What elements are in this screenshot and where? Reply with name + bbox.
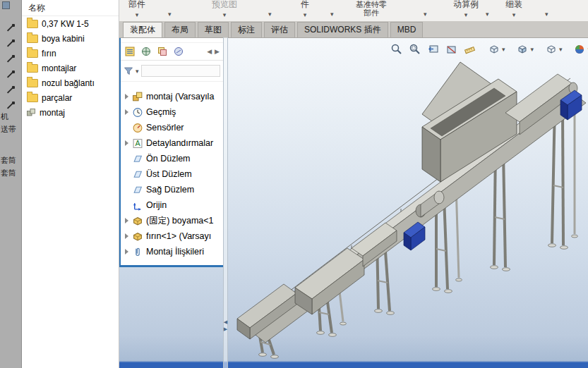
scene-icon[interactable]	[487, 42, 500, 56]
tab-layout[interactable]: 布局	[164, 22, 196, 37]
docked-tab-label[interactable]: 套筒	[1, 168, 20, 178]
dropdown-caret-icon[interactable]: ▾	[268, 11, 272, 18]
filter-input[interactable]	[141, 65, 220, 77]
tab-sketch[interactable]: 草图	[198, 22, 229, 37]
dropdown-caret-icon: ▾	[464, 11, 468, 20]
tree-item-annotations[interactable]: A Detaylandırmalar	[121, 135, 223, 151]
folder-icon	[27, 94, 38, 102]
file-row[interactable]: fırın	[21, 46, 119, 61]
expand-arrow-icon[interactable]	[124, 109, 132, 115]
file-row[interactable]: boya kabini	[21, 31, 119, 46]
file-row[interactable]: montaj	[21, 105, 119, 120]
pin-icon[interactable]	[6, 39, 15, 48]
zoom-to-area-icon[interactable]	[408, 42, 421, 56]
ribbon-button-exploded-view[interactable]: 细装▾	[505, 0, 522, 20]
configurationmanager-tab-icon[interactable]	[157, 46, 168, 57]
ribbon-button-reference-components[interactable]: 基准特零 部件	[356, 0, 387, 17]
expand-arrow-icon[interactable]	[124, 233, 132, 239]
plane-icon	[132, 154, 143, 164]
pin-icon[interactable]	[6, 70, 15, 79]
file-label: fırın	[42, 49, 56, 59]
dropdown-caret-icon[interactable]: ▾	[136, 68, 139, 75]
pin-icon[interactable]	[6, 85, 15, 94]
tab-markup[interactable]: 标注	[231, 22, 262, 37]
tree-item-sensors[interactable]: Sensörler	[121, 120, 223, 135]
dropdown-caret-icon[interactable]: ▾	[168, 11, 172, 18]
view-orientation-icon[interactable]	[516, 42, 529, 56]
docked-tab-label[interactable]: 机	[1, 111, 20, 122]
ribbon-button-mate[interactable]: 件▾	[301, 0, 309, 20]
splitter-handle[interactable]: ◀ ▶	[224, 319, 227, 331]
dropdown-caret-icon: ▾	[304, 11, 307, 20]
expand-arrow-icon[interactable]	[124, 249, 132, 254]
file-column-header[interactable]: 名称	[21, 0, 119, 16]
tree-item-right-plane[interactable]: Sağ Düzlem	[121, 182, 223, 197]
dropdown-caret-icon[interactable]: ▾	[330, 11, 334, 18]
pin-icon[interactable]	[6, 101, 15, 110]
expand-arrow-icon[interactable]	[124, 218, 132, 223]
tree-item-front-plane[interactable]: Ön Düzlem	[121, 151, 223, 166]
ribbon-button-insert-components[interactable]: 部件▾	[128, 0, 145, 20]
toolbar-corner-icon[interactable]	[2, 1, 10, 9]
expand-arrow-icon[interactable]	[124, 94, 132, 99]
measure-icon[interactable]	[463, 42, 476, 56]
propertymanager-tab-icon[interactable]	[140, 46, 152, 57]
collapse-left-icon[interactable]: ◀	[224, 319, 227, 324]
dropdown-caret-icon[interactable]: ▾	[486, 11, 489, 18]
tree-item-component-firin[interactable]: fırın<1> (Varsayı	[121, 228, 223, 244]
featuremanager-tab-strip: ◀ ▶	[121, 43, 223, 61]
tab-evaluate[interactable]: 评估	[264, 22, 295, 37]
dimxpertmanager-tab-icon[interactable]	[173, 46, 184, 57]
docked-tab-label[interactable]: 套筒	[1, 155, 20, 166]
file-row[interactable]: 0,37 KW 1-5	[21, 16, 119, 31]
sensors-icon	[132, 123, 143, 133]
file-label: parçalar	[42, 93, 72, 103]
dropdown-caret-icon: ▾	[136, 11, 139, 20]
previous-view-icon[interactable]	[426, 42, 440, 56]
zoom-to-fit-icon[interactable]	[390, 42, 403, 56]
tree-item-history[interactable]: Geçmiş	[121, 104, 223, 120]
tab-solidworks-addins[interactable]: SOLIDWORKS 插件	[297, 22, 388, 37]
file-label: montaj	[40, 108, 65, 118]
tree-item-component-boyama[interactable]: (固定) boyama<1	[121, 213, 223, 228]
filter-funnel-icon[interactable]	[124, 66, 133, 76]
tab-assembly[interactable]: 装配体	[123, 22, 162, 37]
file-row[interactable]: montajlar	[21, 61, 119, 75]
ribbon-toolbar: 部件▾ 预览图▾ 件▾ 基准特零 部件 动算例▾ 细装▾ ▾ ▾ ▾ ▾ ▾ ▾	[119, 0, 588, 22]
docked-tab-label[interactable]: 送带	[1, 124, 20, 135]
ribbon-button-motion-study[interactable]: 动算例▾	[453, 0, 479, 20]
commandmanager-tabs: 装配体 布局 草图 标注 评估 SOLIDWORKS 插件 MBD	[119, 21, 588, 38]
dropdown-caret-icon[interactable]: ▾	[424, 11, 427, 18]
tab-scroll-right-icon[interactable]: ▶	[215, 48, 220, 55]
tree-item-origin[interactable]: Orijin	[121, 197, 223, 213]
featuremanager-tab-icon[interactable]	[124, 46, 136, 57]
file-row[interactable]: parçalar	[21, 90, 119, 105]
annotations-icon: A	[132, 138, 143, 149]
edit-appearance-icon[interactable]	[573, 42, 587, 56]
file-row[interactable]: nozul bağlantı	[21, 75, 119, 90]
file-browser-panel: 名称 0,37 KW 1-5 boya kabini fırın montajl…	[21, 0, 119, 368]
panel-splitter[interactable]: ◀ ▶	[223, 37, 228, 368]
expand-arrow-icon[interactable]	[124, 140, 132, 146]
tab-mbd[interactable]: MBD	[390, 22, 424, 37]
pin-icon[interactable]	[6, 54, 15, 63]
section-view-icon[interactable]	[445, 42, 458, 56]
tree-item-assembly-root[interactable]: montaj (Varsayıla	[121, 89, 223, 104]
file-label: nozul bağlantı	[42, 78, 95, 88]
dropdown-caret-icon[interactable]: ▾	[531, 46, 534, 53]
collapse-right-icon[interactable]: ▶	[224, 326, 227, 331]
file-label: 0,37 KW 1-5	[42, 19, 89, 29]
dropdown-caret-icon[interactable]: ▾	[545, 11, 548, 18]
tree-item-top-plane[interactable]: Üst Düzlem	[121, 166, 223, 182]
dropdown-caret-icon[interactable]: ▾	[502, 46, 505, 53]
tree-item-mates[interactable]: Montaj İlişkileri	[121, 244, 223, 259]
folder-icon	[27, 79, 38, 87]
display-style-icon[interactable]	[544, 42, 558, 56]
folder-icon	[27, 20, 38, 28]
dropdown-caret-icon[interactable]: ▾	[559, 46, 563, 53]
file-label: boya kabini	[42, 34, 85, 44]
pin-icon[interactable]	[6, 23, 15, 32]
ribbon-button-preview: 预览图▾	[212, 0, 237, 20]
tab-scroll-left-icon[interactable]: ◀	[207, 48, 212, 55]
folder-icon	[27, 49, 38, 58]
